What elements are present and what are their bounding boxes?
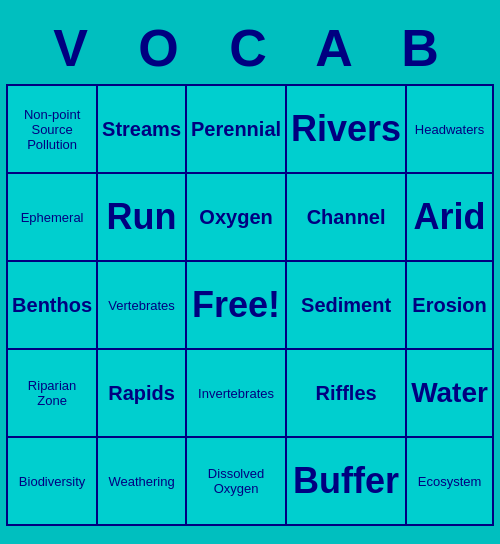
cell-r0-c3: Rivers (286, 85, 406, 173)
cell-r2-c1: Vertebrates (97, 261, 186, 349)
cell-r3-c0: Riparian Zone (7, 349, 97, 437)
cell-r4-c1: Weathering (97, 437, 186, 525)
page-title: V O C A B (43, 18, 457, 78)
cell-r2-c2: Free! (186, 261, 286, 349)
cell-r3-c1: Rapids (97, 349, 186, 437)
cell-r4-c2: Dissolved Oxygen (186, 437, 286, 525)
cell-r1-c3: Channel (286, 173, 406, 261)
cell-r3-c2: Invertebrates (186, 349, 286, 437)
cell-r0-c0: Non-point Source Pollution (7, 85, 97, 173)
cell-r0-c2: Perennial (186, 85, 286, 173)
cell-r3-c3: Riffles (286, 349, 406, 437)
cell-r4-c4: Ecosystem (406, 437, 493, 525)
cell-r1-c2: Oxygen (186, 173, 286, 261)
cell-r1-c4: Arid (406, 173, 493, 261)
cell-r0-c1: Streams (97, 85, 186, 173)
bingo-table: Non-point Source PollutionStreamsPerenni… (6, 84, 494, 526)
cell-r2-c0: Benthos (7, 261, 97, 349)
cell-r2-c3: Sediment (286, 261, 406, 349)
cell-r1-c0: Ephemeral (7, 173, 97, 261)
cell-r3-c4: Water (406, 349, 493, 437)
cell-r2-c4: Erosion (406, 261, 493, 349)
cell-r4-c3: Buffer (286, 437, 406, 525)
cell-r1-c1: Run (97, 173, 186, 261)
cell-r0-c4: Headwaters (406, 85, 493, 173)
cell-r4-c0: Biodiversity (7, 437, 97, 525)
